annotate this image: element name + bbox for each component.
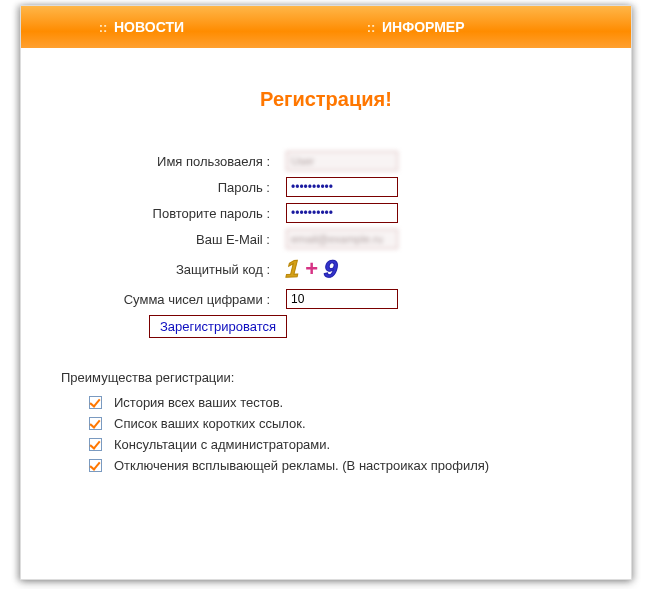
advantages-list: История всех ваших тестов. Список ваших … [61, 395, 591, 473]
sum-label: Сумма чисел цифрами : [61, 292, 286, 307]
email-label: Ваш E-Mail : [61, 232, 286, 247]
list-item: Консультации с администраторами. [89, 437, 591, 452]
main-panel: :: НОВОСТИ :: ИНФОРМЕР Регистрация! Имя … [20, 5, 632, 580]
page-title: Регистрация! [61, 88, 591, 111]
nav-news[interactable]: :: НОВОСТИ [86, 19, 204, 35]
password-label: Пароль : [61, 180, 286, 195]
captcha-sum-input[interactable] [286, 289, 398, 309]
bullet-icon: :: [364, 20, 378, 35]
password2-label: Повторите пароль : [61, 206, 286, 221]
username-input[interactable]: User [286, 151, 398, 171]
check-icon [89, 417, 102, 430]
list-item: История всех ваших тестов. [89, 395, 591, 410]
bullet-icon: :: [96, 20, 110, 35]
check-icon [89, 459, 102, 472]
nav-news-label: НОВОСТИ [114, 19, 184, 35]
check-icon [89, 438, 102, 451]
advantages-title: Преимущества регистрации: [61, 370, 591, 385]
email-input[interactable]: email@example.ru [286, 229, 398, 249]
captcha-digit-1: 1 [285, 255, 300, 283]
password-repeat-input[interactable] [286, 203, 398, 223]
advantage-text: Отключения всплывающей рекламы. (В настр… [114, 458, 489, 473]
list-item: Список ваших коротких ссылок. [89, 416, 591, 431]
nav-informer-label: ИНФОРМЕР [382, 19, 465, 35]
check-icon [89, 396, 102, 409]
captcha-image: 1 + 9 [286, 255, 338, 283]
register-button[interactable]: Зарегистрироватся [149, 315, 287, 338]
content: Регистрация! Имя пользоваеля : User Паро… [21, 48, 631, 509]
list-item: Отключения всплывающей рекламы. (В настр… [89, 458, 591, 473]
advantage-text: Список ваших коротких ссылок. [114, 416, 306, 431]
username-label: Имя пользоваеля : [61, 154, 286, 169]
nav-informer[interactable]: :: ИНФОРМЕР [354, 19, 485, 35]
top-nav: :: НОВОСТИ :: ИНФОРМЕР [21, 6, 631, 48]
captcha-digit-2: 9 [323, 255, 338, 283]
advantage-text: Консультации с администраторами. [114, 437, 330, 452]
advantages-section: Преимущества регистрации: История всех в… [61, 370, 591, 473]
captcha-label: Защитный код : [61, 262, 286, 277]
password-input[interactable] [286, 177, 398, 197]
captcha-operator: + [305, 256, 318, 282]
advantage-text: История всех ваших тестов. [114, 395, 283, 410]
